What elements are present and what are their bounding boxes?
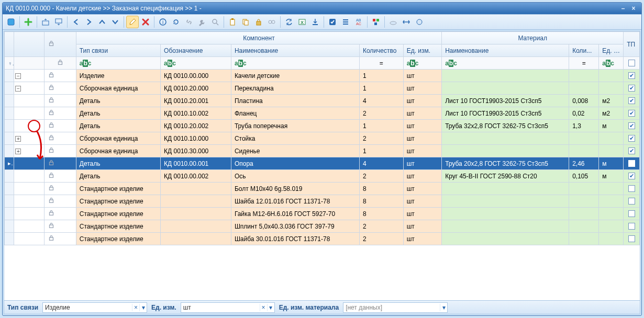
tp-checkbox[interactable]	[628, 97, 635, 104]
tp-checkbox[interactable]	[628, 223, 635, 230]
clipboard-icon[interactable]	[226, 16, 239, 28]
svg-rect-24	[49, 43, 53, 46]
table-row[interactable]: ДетальКД 0010.20.001Пластина4штЛист 10 Г…	[5, 95, 640, 107]
tp-checkbox[interactable]	[628, 110, 635, 117]
refresh-icon[interactable]	[170, 16, 182, 28]
minimize-button[interactable]: –	[618, 4, 628, 13]
col-header-mat-uom[interactable]: Ед. и...	[599, 44, 624, 57]
tree-toggle-icon[interactable]: −	[15, 73, 21, 79]
arrow-left-icon[interactable]	[70, 16, 82, 28]
bottom-uom-combo[interactable]: шт × ▾	[181, 302, 275, 313]
table-row[interactable]: Стандартное изделиеГайка М12-6Н.6.016 ГО…	[5, 208, 640, 220]
tp-checkbox[interactable]	[628, 173, 635, 179]
sync-icon[interactable]	[283, 16, 295, 28]
col-header-qty[interactable]: Количество	[359, 44, 403, 57]
clear-icon[interactable]: ×	[132, 304, 139, 311]
svg-rect-38	[49, 225, 53, 228]
tp-checkbox[interactable]	[628, 72, 635, 79]
tp-checkbox[interactable]	[628, 185, 635, 192]
arrow-up-icon[interactable]	[96, 16, 108, 28]
svg-rect-37	[49, 212, 53, 215]
clear-icon[interactable]: ×	[260, 304, 267, 311]
table-row[interactable]: ДетальКД 0010.00.002Ось2штКруг 45-В-II Г…	[5, 170, 640, 183]
svg-rect-15	[313, 24, 318, 25]
tp-checkbox[interactable]	[628, 235, 635, 242]
tp-checkbox[interactable]	[628, 198, 635, 205]
col-header-uom[interactable]: Ед. изм.	[403, 44, 442, 57]
cloud-icon[interactable]	[387, 16, 399, 28]
sort-icon[interactable]: ABAC	[352, 16, 365, 28]
lock-icon	[48, 211, 55, 218]
toolbar-home-icon[interactable]	[5, 16, 17, 28]
col-header-mat-qty[interactable]: Коли...	[569, 44, 599, 57]
tree-toggle-icon[interactable]: +	[15, 149, 21, 154]
arrow-down-icon[interactable]	[109, 16, 121, 28]
table-row[interactable]: Стандартное изделиеШайба 12.01.016 ГОСТ …	[5, 195, 640, 208]
spec-grid[interactable]: Компонент Материал ТП Тип связи Обозначе…	[4, 31, 640, 245]
table-row[interactable]: ▸ДетальКД 0010.00.001Опора4штТруба 20х2,…	[5, 157, 640, 170]
insert-below-icon[interactable]	[52, 16, 65, 28]
chain-icon[interactable]	[265, 16, 278, 28]
edit-icon[interactable]	[126, 16, 139, 28]
bottom-link-type-combo[interactable]: Изделие × ▾	[42, 302, 147, 313]
close-button[interactable]: ×	[629, 4, 638, 13]
filter-eq-icon[interactable]: =	[569, 57, 599, 70]
chevron-down-icon[interactable]: ▾	[440, 304, 447, 311]
link-icon[interactable]	[183, 16, 195, 28]
delete-icon[interactable]	[139, 16, 152, 28]
col-header-tp[interactable]: ТП	[624, 32, 640, 57]
table-row[interactable]: +Сборочная единицаКД 0010.30.000Сиденье1…	[5, 145, 640, 157]
add-icon[interactable]	[22, 16, 35, 28]
filter-abc-icon[interactable]: abc	[164, 60, 176, 67]
search-icon[interactable]	[209, 16, 221, 28]
bottom-bar: Тип связи Изделие × ▾ Ед. изм. шт × ▾ Ед…	[4, 300, 640, 314]
lock-icon-toolbar[interactable]	[252, 16, 265, 28]
svg-rect-27	[49, 87, 53, 89]
col-header-mat-name[interactable]: Наименование	[442, 44, 569, 57]
copy-icon[interactable]	[239, 16, 252, 28]
tp-checkbox[interactable]	[628, 210, 635, 217]
col-header-link-type[interactable]: Тип связи	[76, 44, 160, 57]
insert-above-icon[interactable]	[39, 16, 52, 28]
lock-icon	[48, 123, 55, 130]
tp-checkbox[interactable]	[628, 147, 635, 154]
tp-checkbox[interactable]	[628, 122, 635, 129]
check-icon[interactable]	[326, 16, 339, 28]
table-row[interactable]: −ИзделиеКД 0010.00.000Качели детские1шт	[5, 70, 640, 82]
arrow-right-icon[interactable]	[83, 16, 95, 28]
filter-row[interactable]: ♀ abc abc abc = abc abc = abc	[5, 57, 640, 70]
tree-toggle-icon[interactable]: +	[15, 136, 21, 142]
filter-abc-icon[interactable]: abc	[235, 60, 247, 67]
tp-checkbox[interactable]	[628, 135, 635, 142]
chevron-down-icon[interactable]: ▾	[267, 304, 274, 311]
group-icon[interactable]	[370, 16, 382, 28]
excel-icon[interactable]: X	[296, 16, 308, 28]
filter-abc-icon[interactable]: abc	[445, 60, 457, 67]
wrench-icon[interactable]	[196, 16, 208, 28]
table-row[interactable]: ДетальКД 0010.10.002Фланец2штЛист 10 ГОС…	[5, 107, 640, 120]
table-row[interactable]: Стандартное изделиеБолт М10х40 6g.58.019…	[5, 183, 640, 195]
filter-checkbox[interactable]	[628, 60, 635, 66]
tp-checkbox[interactable]	[628, 85, 635, 92]
tp-checkbox[interactable]	[628, 160, 635, 167]
info-icon[interactable]: i	[157, 16, 169, 28]
table-row[interactable]: Стандартное изделиеШплинт 5,0х40.3.036 Г…	[5, 220, 640, 233]
table-row[interactable]: +Сборочная единицаКД 0010.10.000Стойка2ш…	[5, 132, 640, 145]
table-row[interactable]: Стандартное изделиеШайба 30.01.016 ГОСТ …	[5, 233, 640, 245]
bottom-mat-uom-combo[interactable]: [нет данных] ▾	[343, 302, 448, 313]
table-row[interactable]: −Сборочная единицаКД 0010.20.000Переклад…	[5, 82, 640, 95]
table-row[interactable]: ДетальКД 0010.20.002Труба поперечная1штТ…	[5, 120, 640, 132]
filter-eq-icon[interactable]: =	[359, 57, 403, 70]
col-header-name[interactable]: Наименование	[231, 44, 359, 57]
tree-toggle-icon[interactable]: −	[15, 86, 21, 92]
chevron-down-icon[interactable]: ▾	[139, 304, 147, 311]
svg-rect-1	[42, 21, 49, 25]
extra-icon[interactable]	[413, 16, 426, 28]
list-icon[interactable]	[339, 16, 352, 28]
hstretch-icon[interactable]	[400, 16, 413, 28]
filter-abc-icon[interactable]: abc	[407, 60, 419, 67]
import-down-icon[interactable]	[309, 16, 321, 28]
col-header-designation[interactable]: Обозначение	[161, 44, 231, 57]
filter-abc-icon[interactable]: abc	[80, 60, 92, 67]
filter-abc-icon[interactable]: abc	[602, 60, 614, 67]
